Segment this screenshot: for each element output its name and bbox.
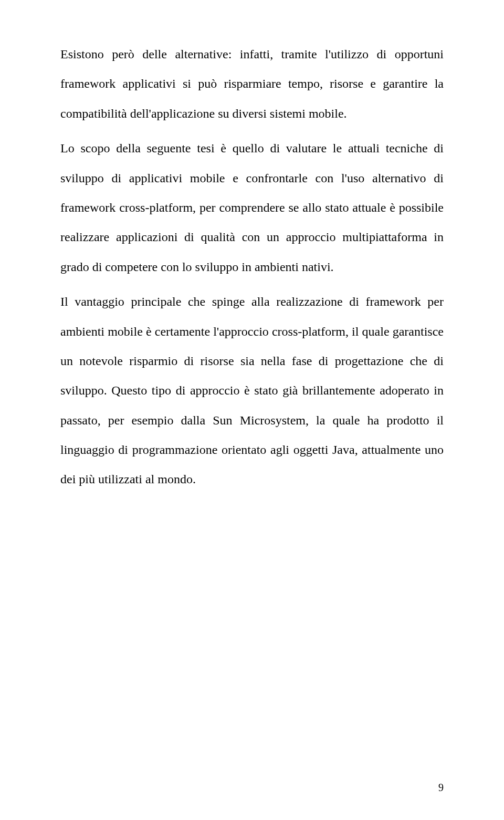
page-number: 9: [438, 782, 444, 794]
paragraph-1: Esistono però delle alternative: infatti…: [60, 39, 444, 128]
paragraph-3: Il vantaggio principale che spinge alla …: [60, 287, 444, 494]
document-page: Esistono però delle alternative: infatti…: [0, 0, 504, 820]
paragraph-2: Lo scopo della seguente tesi è quello di…: [60, 133, 444, 282]
